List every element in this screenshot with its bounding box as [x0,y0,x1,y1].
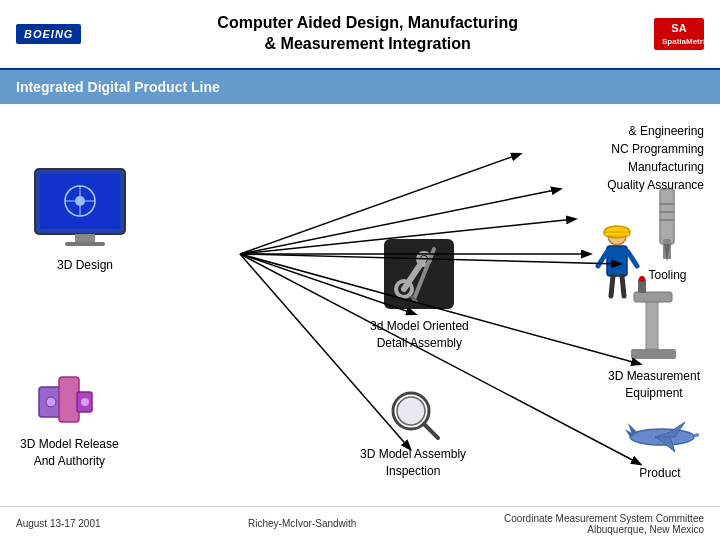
svg-line-36 [598,252,607,266]
right-labels: & Engineering NC Programming Manufacturi… [607,124,704,192]
svg-rect-13 [384,239,454,309]
svg-rect-26 [660,189,674,244]
assembly-inspection-label: 3D Model Assembly Inspection [360,446,466,480]
model-release-label: 3D Model Release And Authority [20,436,119,470]
header-title: Computer Aided Design, Manufacturing & M… [81,13,654,55]
inspection-icon [383,387,443,442]
svg-point-10 [46,397,56,407]
person-figure [595,224,640,308]
footer-date: August 13-17 2001 [16,518,101,529]
svg-rect-7 [65,242,105,246]
assembly-inspection-node: 3D Model Assembly Inspection [360,387,466,480]
tooling-label: Tooling [645,268,690,282]
svg-point-12 [81,398,89,406]
measurement-label: 3D Measurement Equipment [608,368,700,402]
svg-rect-9 [59,377,79,422]
part-icon [29,367,109,432]
monitor-icon [30,164,140,254]
tooling-icon [645,184,690,264]
boeing-logo: BOEING [16,24,81,44]
sa-logo: SASpatiaMetrics [654,18,704,50]
title-line2: & Measurement Integration [81,34,654,55]
product-node: Product [620,407,700,480]
svg-rect-6 [75,234,95,242]
svg-rect-18 [631,349,676,359]
airplane-icon [620,407,700,462]
subheader: Integrated Digital Product Line [0,70,720,104]
svg-line-39 [622,276,624,296]
design-3d-label: 3D Design [30,258,140,272]
svg-line-25 [424,424,438,438]
svg-rect-20 [634,292,672,302]
header: BOEING Computer Aided Design, Manufactur… [0,0,720,70]
svg-line-38 [611,276,613,296]
main-content: & Engineering NC Programming Manufacturi… [0,104,720,540]
model-release-node: 3D Model Release And Authority [20,367,119,470]
svg-point-24 [397,397,425,425]
label-nc-programming: NC Programming [607,142,704,156]
detail-assembly-node: 3d Model Oriented Detail Assembly [370,234,469,352]
title-line1: Computer Aided Design, Manufacturing [81,13,654,34]
label-quality-assurance: Quality Assurance [607,178,704,192]
svg-rect-34 [604,232,630,236]
footer: August 13-17 2001 Richey-McIvor-Sandwith… [0,506,720,540]
detail-assembly-label: 3d Model Oriented Detail Assembly [370,318,469,352]
tooling-node: Tooling [645,184,690,282]
footer-author: Richey-McIvor-Sandwith [248,518,356,529]
svg-rect-35 [607,246,627,276]
footer-committee: Coordinate Measurement System Committee … [504,513,704,535]
svg-point-5 [75,196,85,206]
logo-area: BOEING [16,24,81,44]
label-engineering: & Engineering [607,124,704,138]
label-manufacturing: Manufacturing [607,160,704,174]
svg-line-37 [628,252,637,266]
product-label: Product [620,466,700,480]
tools-icon [379,234,459,314]
design-3d-node: 3D Design [30,164,140,272]
person-icon [595,224,640,304]
subheader-title: Integrated Digital Product Line [16,79,220,95]
